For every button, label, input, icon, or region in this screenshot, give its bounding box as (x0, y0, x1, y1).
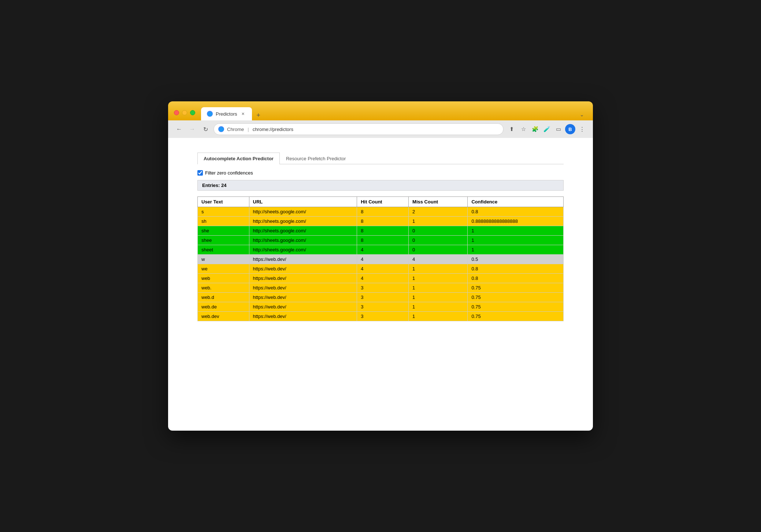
entries-bar: Entries: 24 (197, 180, 564, 191)
page-tabs-nav: Autocomplete Action Predictor Resource P… (197, 153, 564, 164)
labs-button[interactable]: 🧪 (542, 124, 552, 134)
cell-user-text: shee (198, 236, 249, 245)
cell-hit-count: 3 (357, 283, 409, 293)
col-header-miss-count: Miss Count (409, 197, 468, 207)
cell-miss-count: 1 (409, 264, 468, 274)
cell-user-text: we (198, 264, 249, 274)
address-bar[interactable]: 🌐 Chrome | chrome://predictors (214, 123, 504, 135)
cell-miss-count: 2 (409, 207, 468, 217)
cell-miss-count: 1 (409, 217, 468, 226)
cell-url: https://web.dev/ (249, 283, 357, 293)
cell-confidence: 1 (468, 236, 564, 245)
refresh-button[interactable]: ↻ (200, 124, 211, 134)
cell-hit-count: 3 (357, 293, 409, 302)
new-tab-button[interactable]: + (253, 110, 264, 120)
col-header-user-text: User Text (198, 197, 249, 207)
active-tab[interactable]: 🌐 Predictors ✕ (201, 107, 252, 120)
tab-autocomplete[interactable]: Autocomplete Action Predictor (197, 153, 280, 164)
back-button[interactable]: ← (174, 124, 184, 134)
site-icon: 🌐 (218, 126, 224, 132)
address-site-name: Chrome (227, 127, 244, 132)
maximize-button[interactable] (190, 110, 195, 115)
table-row: we https://web.dev/ 4 1 0.8 (198, 264, 564, 274)
nav-bar: ← → ↻ 🌐 Chrome | chrome://predictors ⬆ ☆… (168, 120, 593, 138)
cell-confidence: 1 (468, 226, 564, 236)
cell-hit-count: 4 (357, 245, 409, 255)
cell-url: http://sheets.google.com/ (249, 226, 357, 236)
bookmark-button[interactable]: ☆ (518, 124, 528, 134)
table-row: w https://web.dev/ 4 4 0.5 (198, 255, 564, 264)
cell-confidence: 0.8888888888888888 (468, 217, 564, 226)
filter-checkbox[interactable] (197, 170, 203, 176)
cell-confidence: 0.5 (468, 255, 564, 264)
sidebar-button[interactable]: ▭ (553, 124, 564, 134)
title-bar: 🌐 Predictors ✕ + ⌄ (168, 101, 593, 120)
cell-url: http://sheets.google.com/ (249, 217, 357, 226)
table-row: web https://web.dev/ 4 1 0.8 (198, 274, 564, 283)
cell-url: http://sheets.google.com/ (249, 245, 357, 255)
cell-miss-count: 1 (409, 283, 468, 293)
cell-confidence: 0.8 (468, 264, 564, 274)
cell-user-text: web.dev (198, 312, 249, 321)
close-button[interactable] (174, 110, 179, 115)
table-row: s http://sheets.google.com/ 8 2 0.8 (198, 207, 564, 217)
cell-user-text: web.de (198, 302, 249, 312)
menu-button[interactable]: ⋮ (577, 124, 587, 134)
cell-url: https://web.dev/ (249, 255, 357, 264)
cell-user-text: web. (198, 283, 249, 293)
col-header-confidence: Confidence (468, 197, 564, 207)
cell-user-text: w (198, 255, 249, 264)
cell-hit-count: 8 (357, 226, 409, 236)
cell-confidence: 0.75 (468, 312, 564, 321)
tab-prefetch[interactable]: Resource Prefetch Predictor (280, 153, 352, 164)
cell-miss-count: 1 (409, 302, 468, 312)
col-header-hit-count: Hit Count (357, 197, 409, 207)
cell-url: http://sheets.google.com/ (249, 236, 357, 245)
cell-url: http://sheets.google.com/ (249, 207, 357, 217)
cell-hit-count: 4 (357, 255, 409, 264)
traffic-lights (174, 107, 195, 115)
forward-button[interactable]: → (187, 124, 197, 134)
filter-label[interactable]: Filter zero confidences (197, 170, 253, 176)
address-separator: | (248, 127, 249, 132)
cell-hit-count: 8 (357, 217, 409, 226)
table-row: web.de https://web.dev/ 3 1 0.75 (198, 302, 564, 312)
table-row: sh http://sheets.google.com/ 8 1 0.88888… (198, 217, 564, 226)
cell-user-text: web.d (198, 293, 249, 302)
cell-confidence: 0.8 (468, 207, 564, 217)
cell-hit-count: 8 (357, 207, 409, 217)
cell-miss-count: 1 (409, 312, 468, 321)
share-button[interactable]: ⬆ (506, 124, 517, 134)
tabs-area: 🌐 Predictors ✕ + ⌄ (198, 107, 587, 120)
table-row: sheet http://sheets.google.com/ 4 0 1 (198, 245, 564, 255)
cell-user-text: web (198, 274, 249, 283)
tab-close-button[interactable]: ✕ (240, 111, 246, 117)
nav-actions: ⬆ ☆ 🧩 🧪 ▭ B ⋮ (506, 124, 587, 134)
profile-button[interactable]: B (565, 124, 575, 134)
cell-confidence: 0.8 (468, 274, 564, 283)
cell-miss-count: 1 (409, 293, 468, 302)
cell-confidence: 0.75 (468, 283, 564, 293)
cell-user-text: she (198, 226, 249, 236)
minimize-button[interactable] (182, 110, 187, 115)
cell-confidence: 0.75 (468, 302, 564, 312)
cell-user-text: sh (198, 217, 249, 226)
cell-miss-count: 0 (409, 226, 468, 236)
cell-url: https://web.dev/ (249, 302, 357, 312)
table-row: web.d https://web.dev/ 3 1 0.75 (198, 293, 564, 302)
tab-menu-button[interactable]: ⌄ (577, 109, 587, 120)
cell-hit-count: 4 (357, 274, 409, 283)
filter-label-text: Filter zero confidences (205, 170, 253, 176)
table-row: she http://sheets.google.com/ 8 0 1 (198, 226, 564, 236)
browser-window: 🌐 Predictors ✕ + ⌄ ← → ↻ 🌐 Chrome | chro… (168, 101, 593, 431)
extensions-button[interactable]: 🧩 (530, 124, 540, 134)
cell-hit-count: 3 (357, 302, 409, 312)
table-row: web. https://web.dev/ 3 1 0.75 (198, 283, 564, 293)
table-row: web.dev https://web.dev/ 3 1 0.75 (198, 312, 564, 321)
cell-confidence: 0.75 (468, 293, 564, 302)
table-row: shee http://sheets.google.com/ 8 0 1 (198, 236, 564, 245)
cell-hit-count: 8 (357, 236, 409, 245)
page-content: Autocomplete Action Predictor Resource P… (168, 138, 593, 431)
entries-count: Entries: 24 (202, 183, 226, 188)
cell-confidence: 1 (468, 245, 564, 255)
